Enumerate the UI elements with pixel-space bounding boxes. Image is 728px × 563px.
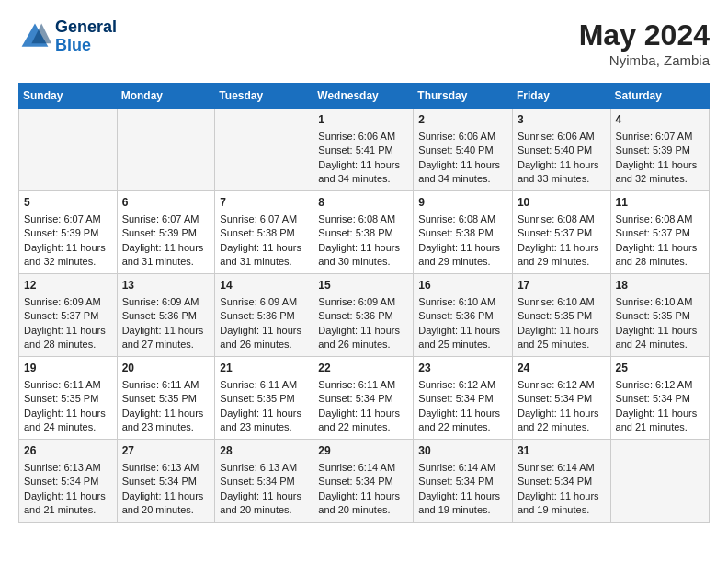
calendar-cell: 26Sunrise: 6:13 AMSunset: 5:34 PMDayligh… [19, 440, 118, 523]
day-number: 23 [418, 361, 507, 376]
day-number: 25 [616, 361, 704, 376]
cell-info-line: Sunset: 5:36 PM [418, 309, 507, 323]
calendar-cell: 4Sunrise: 6:07 AMSunset: 5:39 PMDaylight… [610, 109, 709, 191]
calendar-cell: 28Sunrise: 6:13 AMSunset: 5:34 PMDayligh… [215, 440, 313, 523]
weekday-header-friday: Friday [512, 84, 610, 109]
cell-info-line: Sunset: 5:34 PM [418, 392, 507, 406]
weekday-header-saturday: Saturday [610, 84, 709, 109]
cell-info-line: Sunrise: 6:07 AM [220, 213, 308, 226]
cell-info-line: Sunset: 5:39 PM [24, 226, 112, 240]
cell-info-line: Daylight: 11 hours [122, 489, 210, 503]
logo-icon [18, 20, 51, 53]
calendar-cell: 9Sunrise: 6:08 AMSunset: 5:38 PMDaylight… [414, 191, 513, 274]
cell-info-line: and 29 minutes. [418, 255, 507, 269]
calendar-table: SundayMondayTuesdayWednesdayThursdayFrid… [18, 83, 710, 523]
calendar-cell [19, 109, 118, 191]
cell-info-line: and 25 minutes. [518, 338, 606, 351]
cell-info-line: and 30 minutes. [318, 255, 408, 269]
cell-info-line: Sunset: 5:41 PM [318, 144, 408, 157]
calendar-cell: 12Sunrise: 6:09 AMSunset: 5:37 PMDayligh… [19, 274, 118, 357]
cell-info-line: Daylight: 11 hours [518, 324, 606, 338]
day-number: 16 [418, 278, 507, 293]
cell-info-line: and 23 minutes. [220, 420, 308, 434]
weekday-header-wednesday: Wednesday [313, 84, 414, 109]
day-number: 18 [616, 278, 704, 293]
cell-info-line: and 33 minutes. [518, 172, 606, 186]
calendar-cell: 7Sunrise: 6:07 AMSunset: 5:38 PMDaylight… [215, 191, 313, 274]
cell-info-line: Sunrise: 6:14 AM [418, 461, 507, 475]
cell-info-line: Daylight: 11 hours [220, 489, 308, 503]
cell-info-line: and 32 minutes. [24, 255, 112, 269]
cell-info-line: Daylight: 11 hours [220, 241, 308, 255]
cell-info-line: Daylight: 11 hours [418, 241, 507, 255]
day-number: 24 [518, 361, 606, 376]
cell-info-line: and 22 minutes. [418, 420, 507, 434]
calendar-cell: 25Sunrise: 6:12 AMSunset: 5:34 PMDayligh… [610, 357, 709, 440]
calendar-cell: 20Sunrise: 6:11 AMSunset: 5:35 PMDayligh… [117, 357, 215, 440]
title-block: May 2024 Nyimba, Zambia [579, 18, 710, 68]
cell-info-line: Sunset: 5:39 PM [616, 144, 704, 157]
cell-info-line: Sunrise: 6:12 AM [418, 378, 507, 392]
cell-info-line: Sunrise: 6:10 AM [616, 295, 704, 309]
cell-info-line: and 34 minutes. [418, 172, 507, 186]
cell-info-line: Sunset: 5:38 PM [220, 226, 308, 240]
cell-info-line: and 20 minutes. [318, 503, 408, 517]
calendar-cell: 23Sunrise: 6:12 AMSunset: 5:34 PMDayligh… [414, 357, 513, 440]
cell-info-line: Daylight: 11 hours [418, 158, 507, 172]
day-number: 3 [518, 112, 606, 128]
cell-info-line: Daylight: 11 hours [24, 489, 112, 503]
cell-info-line: Sunset: 5:36 PM [220, 309, 308, 323]
cell-info-line: Sunset: 5:34 PM [518, 475, 606, 488]
cell-info-line: Daylight: 11 hours [24, 241, 112, 255]
day-number: 8 [318, 195, 408, 211]
cell-info-line: Sunset: 5:34 PM [24, 475, 112, 488]
cell-info-line: Sunrise: 6:08 AM [318, 213, 408, 226]
cell-info-line: Sunset: 5:36 PM [122, 309, 210, 323]
cell-info-line: Daylight: 11 hours [518, 158, 606, 172]
cell-info-line: Daylight: 11 hours [518, 407, 606, 420]
cell-info-line: Daylight: 11 hours [616, 324, 704, 338]
calendar-cell: 15Sunrise: 6:09 AMSunset: 5:36 PMDayligh… [313, 274, 414, 357]
cell-info-line: Sunrise: 6:14 AM [318, 461, 408, 475]
cell-info-line: and 34 minutes. [318, 172, 408, 186]
cell-info-line: Sunset: 5:38 PM [318, 226, 408, 240]
calendar-cell: 8Sunrise: 6:08 AMSunset: 5:38 PMDaylight… [313, 191, 414, 274]
day-number: 11 [616, 195, 704, 211]
day-number: 19 [24, 361, 112, 376]
cell-info-line: Sunrise: 6:08 AM [616, 213, 704, 226]
logo-text-blue: Blue [55, 37, 117, 55]
cell-info-line: Sunrise: 6:11 AM [24, 378, 112, 392]
day-number: 7 [220, 195, 308, 211]
cell-info-line: Daylight: 11 hours [318, 407, 408, 420]
month-year: May 2024 [579, 18, 710, 52]
cell-info-line: Daylight: 11 hours [220, 407, 308, 420]
cell-info-line: and 28 minutes. [616, 255, 704, 269]
weekday-header-tuesday: Tuesday [215, 84, 313, 109]
cell-info-line: and 32 minutes. [616, 172, 704, 186]
cell-info-line: and 24 minutes. [616, 338, 704, 351]
cell-info-line: Sunset: 5:34 PM [318, 392, 408, 406]
calendar-cell: 16Sunrise: 6:10 AMSunset: 5:36 PMDayligh… [414, 274, 513, 357]
calendar-cell: 13Sunrise: 6:09 AMSunset: 5:36 PMDayligh… [117, 274, 215, 357]
cell-info-line: Sunrise: 6:06 AM [318, 130, 408, 144]
day-number: 12 [24, 278, 112, 293]
day-number: 5 [24, 195, 112, 211]
day-number: 14 [220, 278, 308, 293]
cell-info-line: Sunrise: 6:10 AM [418, 295, 507, 309]
cell-info-line: Sunrise: 6:13 AM [122, 461, 210, 475]
calendar-cell: 22Sunrise: 6:11 AMSunset: 5:34 PMDayligh… [313, 357, 414, 440]
location: Nyimba, Zambia [579, 52, 710, 68]
calendar-cell [610, 440, 709, 523]
cell-info-line: Daylight: 11 hours [418, 324, 507, 338]
calendar-week-1: 1Sunrise: 6:06 AMSunset: 5:41 PMDaylight… [19, 109, 710, 191]
cell-info-line: Daylight: 11 hours [418, 489, 507, 503]
cell-info-line: Daylight: 11 hours [220, 324, 308, 338]
cell-info-line: Sunrise: 6:09 AM [220, 295, 308, 309]
calendar-cell: 17Sunrise: 6:10 AMSunset: 5:35 PMDayligh… [512, 274, 610, 357]
cell-info-line: Daylight: 11 hours [318, 158, 408, 172]
calendar-cell: 1Sunrise: 6:06 AMSunset: 5:41 PMDaylight… [313, 109, 414, 191]
weekday-header-sunday: Sunday [19, 84, 118, 109]
cell-info-line: Sunset: 5:37 PM [518, 226, 606, 240]
day-number: 22 [318, 361, 408, 376]
calendar-cell: 18Sunrise: 6:10 AMSunset: 5:35 PMDayligh… [610, 274, 709, 357]
